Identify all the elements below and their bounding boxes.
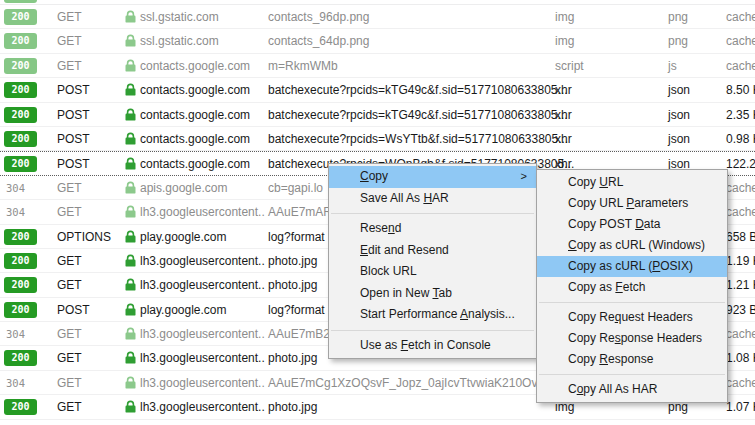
- transferred-cell: cache: [726, 5, 755, 29]
- status-text: 304: [6, 176, 25, 200]
- lock-icon: [125, 351, 136, 364]
- menu-item-label: Block URL: [360, 264, 417, 278]
- lock-icon: [125, 34, 136, 47]
- domain-cell: lh3.googleusercontent....: [125, 395, 265, 419]
- domain-text: lh3.googleusercontent....: [140, 205, 265, 219]
- menu-item-label: Resend: [360, 221, 401, 235]
- transferred-cell: cache: [726, 29, 755, 53]
- transferred-cell: 923 B: [726, 298, 755, 322]
- menu-item-copy-response-headers[interactable]: Copy Response Headers: [537, 328, 727, 349]
- menu-item-copy-as-curl-posix[interactable]: Copy as cURL (POSIX): [537, 256, 727, 277]
- transferred-cell: 1.08 K: [726, 346, 755, 370]
- lock-icon: [125, 83, 136, 96]
- file-cell: AAuE7mAR: [268, 200, 332, 224]
- status-text: 304: [6, 371, 25, 395]
- table-row[interactable]: 200 POST contacts.google.com batchexecut…: [0, 78, 755, 102]
- lock-icon: [125, 108, 136, 121]
- method-cell: POST: [57, 103, 90, 127]
- status-badge: 200: [4, 58, 37, 74]
- menu-item-label: Copy URL Parameters: [568, 196, 688, 210]
- lock-icon: [125, 181, 136, 194]
- method-cell: POST: [57, 298, 90, 322]
- menu-item-edit-and-resend[interactable]: Edit and Resend: [329, 240, 536, 262]
- menu-item-use-as-fetch-in-console[interactable]: Use as Fetch in Console: [329, 335, 536, 357]
- menu-item-block-url[interactable]: Block URL: [329, 261, 536, 283]
- menu-item-label: Open in New Tab: [360, 286, 452, 300]
- cause-cell: xhr: [555, 78, 572, 102]
- status-badge: 200: [4, 302, 37, 318]
- menu-item-copy-url[interactable]: Copy URL: [537, 172, 727, 193]
- file-cell: photo.jpg: [268, 249, 317, 273]
- status-badge: 200: [4, 229, 37, 245]
- status-badge: 200: [4, 253, 37, 269]
- domain-text: ssl.gstatic.com: [140, 34, 219, 48]
- menu-item-label: Copy: [360, 169, 388, 183]
- menu-item-label: Save All As HAR: [360, 191, 449, 205]
- lock-icon: [125, 205, 136, 218]
- domain-cell: contacts.google.com: [125, 152, 265, 176]
- status-badge: 200: [4, 350, 37, 366]
- domain-text: contacts.google.com: [140, 83, 250, 97]
- menu-item-copy[interactable]: Copy>: [329, 166, 536, 188]
- table-row[interactable]: 200 POST contacts.google.com batchexecut…: [0, 103, 755, 127]
- menu-item-start-performance-analysis[interactable]: Start Performance Analysis...: [329, 304, 536, 326]
- menu-item-copy-post-data[interactable]: Copy POST Data: [537, 214, 727, 235]
- lock-icon: [125, 278, 136, 291]
- menu-item-label: Copy All As HAR: [568, 382, 657, 396]
- method-cell: GET: [57, 322, 82, 346]
- method-cell: GET: [57, 200, 82, 224]
- menu-item-label: Copy URL: [568, 175, 623, 189]
- table-row[interactable]: 200 GET ssl.gstatic.com contacts_64dp.pn…: [0, 29, 755, 53]
- menu-item-label: Copy as cURL (Windows): [568, 238, 705, 252]
- method-cell: POST: [57, 152, 90, 176]
- domain-text: play.google.com: [140, 303, 227, 317]
- method-cell: GET: [57, 346, 82, 370]
- method-cell: OPTIONS: [57, 225, 111, 249]
- type-cell: json: [668, 127, 690, 151]
- table-row[interactable]: 200 GET contacts.google.com m=RkmWMb scr…: [0, 54, 755, 78]
- menu-item-copy-as-fetch[interactable]: Copy as Fetch: [537, 277, 727, 298]
- transferred-cell: 1.21 K: [726, 273, 755, 297]
- menu-item-open-in-new-tab[interactable]: Open in New Tab: [329, 283, 536, 305]
- menu-item-copy-all-as-har[interactable]: Copy All As HAR: [537, 379, 727, 400]
- type-cell: png: [668, 29, 688, 53]
- status-badge: 200: [4, 33, 37, 49]
- menu-separator: [331, 213, 534, 214]
- menu-item-copy-response[interactable]: Copy Response: [537, 349, 727, 370]
- menu-item-copy-request-headers[interactable]: Copy Request Headers: [537, 307, 727, 328]
- file-cell: batchexecute?rpcids=WsYTtb&f.sid=5177108…: [268, 127, 568, 151]
- transferred-cell: cache: [726, 54, 755, 78]
- method-cell: GET: [57, 371, 82, 395]
- submenu-arrow-icon: >: [521, 166, 527, 188]
- domain-text: contacts.google.com: [140, 59, 250, 73]
- domain-text: lh3.googleusercontent....: [140, 327, 265, 341]
- domain-cell: lh3.googleusercontent....: [125, 200, 265, 224]
- domain-text: lh3.googleusercontent....: [140, 376, 265, 390]
- domain-cell: lh3.googleusercontent....: [125, 322, 265, 346]
- menu-item-copy-url-parameters[interactable]: Copy URL Parameters: [537, 193, 727, 214]
- file-cell: log?format: [268, 298, 325, 322]
- lock-icon: [125, 132, 136, 145]
- file-cell: photo.jpg: [268, 346, 317, 370]
- file-cell: AAuE7mCg1XzOQsvF_Jopz_0ajIcvTtvwiaK210Ov…: [268, 371, 566, 395]
- type-cell: js: [668, 54, 677, 78]
- table-row[interactable]: 200 POST contacts.google.com batchexecut…: [0, 127, 755, 151]
- method-cell: POST: [57, 78, 90, 102]
- type-cell: json: [668, 103, 690, 127]
- menu-item-resend[interactable]: Resend: [329, 218, 536, 240]
- lock-icon: [125, 59, 136, 72]
- type-cell: png: [668, 5, 688, 29]
- menu-separator: [539, 302, 725, 303]
- domain-text: play.google.com: [140, 230, 227, 244]
- file-cell: batchexecute?rpcids=kTG49c&f.sid=5177108…: [268, 103, 568, 127]
- table-row[interactable]: 200 GET ssl.gstatic.com contacts_96dp.pn…: [0, 5, 755, 29]
- network-request-panel: 200 GET ssl.gstatic.com contacts_96dp.pn…: [0, 0, 755, 425]
- method-cell: GET: [57, 249, 82, 273]
- method-cell: GET: [57, 29, 82, 53]
- menu-item-copy-as-curl-windows[interactable]: Copy as cURL (Windows): [537, 235, 727, 256]
- menu-item-label: Copy Response: [568, 352, 653, 366]
- menu-item-save-all-as-har[interactable]: Save All As HAR: [329, 188, 536, 210]
- status-badge: 200: [4, 156, 37, 172]
- menu-item-label: Start Performance Analysis...: [360, 307, 515, 321]
- method-cell: GET: [57, 273, 82, 297]
